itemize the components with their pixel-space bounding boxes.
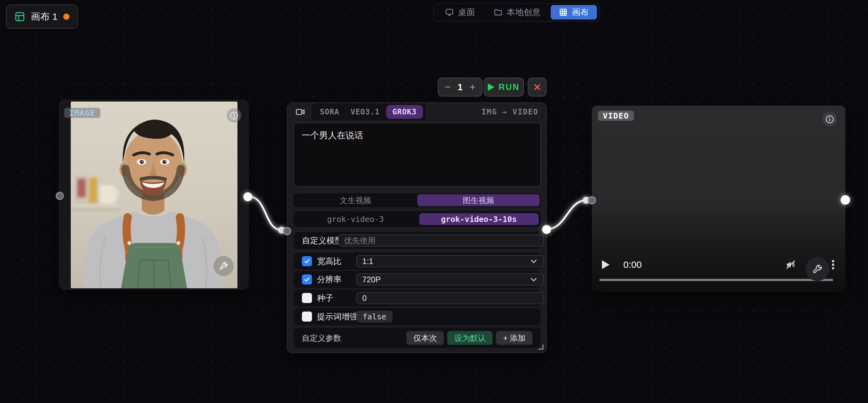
seed-label: 种子 — [317, 293, 333, 304]
canvas-name-label: 画布 1 — [31, 10, 58, 23]
custom-params-label: 自定义参数 — [302, 333, 341, 343]
config-header: SORA VEO3.1 GROK3 IMG → VIDEO — [287, 103, 547, 121]
image-node-badge: IMAGE — [64, 108, 100, 118]
video-controls: 0:00 — [602, 256, 835, 273]
tab-desktop[interactable]: 桌面 — [436, 3, 484, 21]
prompt-textarea[interactable]: 一个男人在说话 — [294, 123, 540, 187]
resolution-checkbox[interactable] — [302, 274, 312, 284]
tab-local-creative[interactable]: 本地创意 — [485, 3, 550, 21]
info-button[interactable] — [823, 112, 837, 126]
view-switcher: 桌面 本地创意 画布 — [433, 3, 600, 21]
info-icon — [230, 111, 238, 120]
portrait-image — [71, 102, 238, 288]
video-tools-button[interactable] — [805, 257, 829, 281]
image-tools-button[interactable] — [214, 256, 234, 276]
chevron-down-icon — [530, 257, 538, 265]
custom-model-input[interactable] — [344, 236, 538, 245]
tab-veo31[interactable]: VEO3.1 — [346, 105, 385, 119]
config-output-port[interactable] — [542, 225, 551, 234]
aspect-ratio-value: 1:1 — [362, 257, 373, 266]
config-input-port[interactable] — [283, 227, 291, 235]
prompt-enhance-row: 提示词增强 false — [294, 308, 540, 325]
run-button[interactable]: RUN — [484, 78, 524, 97]
image-node[interactable]: IMAGE — [59, 100, 248, 290]
tab-canvas[interactable]: 画布 — [551, 5, 597, 20]
folder-icon — [494, 8, 502, 16]
option-image-to-video[interactable]: 图生视频 — [417, 194, 540, 206]
prompt-enhance-checkbox[interactable] — [302, 311, 312, 322]
add-param-button[interactable]: + 添加 — [496, 331, 532, 345]
run-count-value: 1 — [458, 82, 463, 93]
check-icon — [304, 258, 310, 265]
monitor-icon — [445, 8, 454, 16]
tab-canvas-label: 画布 — [572, 7, 589, 18]
apply-once-button[interactable]: 仅本次 — [406, 331, 444, 345]
aspect-ratio-checkbox[interactable] — [302, 256, 312, 266]
image-output-port[interactable] — [243, 192, 252, 201]
resolution-label: 分辨率 — [317, 274, 342, 285]
aspect-ratio-select[interactable]: 1:1 — [356, 255, 544, 267]
tab-grok3[interactable]: GROK3 — [386, 105, 423, 119]
video-progress-bar[interactable] — [599, 279, 833, 281]
unsaved-indicator-dot — [63, 13, 69, 20]
canvas-tab-chip[interactable]: 画布 1 — [6, 4, 78, 29]
video-node-badge-label: VIDEO — [603, 111, 629, 121]
custom-params-row: 自定义参数 仅本次 设为默认 + 添加 — [294, 328, 540, 348]
run-button-label: RUN — [498, 82, 520, 92]
prompt-enhance-label: 提示词增强 — [317, 311, 358, 322]
close-icon: ✕ — [533, 82, 541, 93]
overflow-menu-icon[interactable] — [832, 259, 835, 270]
custom-model-row: 自定义模型 — [294, 232, 540, 249]
play-icon — [488, 83, 494, 91]
decrement-button[interactable]: − — [445, 82, 451, 92]
custom-model-label: 自定义模型 — [302, 235, 343, 246]
custom-params-buttons: 仅本次 设为默认 + 添加 — [406, 331, 532, 345]
model-tab-group: SORA VEO3.1 GROK3 — [312, 103, 426, 121]
node-canvas[interactable]: 画布 1 桌面 本地创意 画布 — [0, 0, 868, 403]
video-output-port[interactable] — [841, 195, 850, 205]
option-grok-video-3[interactable]: grok-video-3 — [294, 211, 417, 227]
wire-image-to-config[interactable] — [248, 197, 282, 230]
close-button[interactable]: ✕ — [528, 78, 547, 97]
option-text-to-video[interactable]: 文生视频 — [294, 193, 417, 207]
option-grok-video-3-10s[interactable]: grok-video-3-10s — [419, 213, 539, 225]
info-button[interactable] — [227, 108, 241, 123]
resolution-row: 分辨率 720P — [294, 271, 540, 288]
run-count-stepper: − 1 + — [438, 78, 483, 97]
video-camera-icon — [295, 107, 305, 117]
resolution-value: 720P — [362, 275, 380, 284]
wrench-icon — [812, 264, 823, 274]
aspect-ratio-label: 宽高比 — [317, 256, 342, 267]
image-node-badge-label: IMAGE — [69, 108, 95, 117]
generation-mode-toggle: 文生视频 图生视频 — [294, 193, 540, 207]
muted-speaker-icon[interactable] — [785, 259, 796, 270]
tab-desktop-label: 桌面 — [458, 7, 475, 18]
set-default-button[interactable]: 设为默认 — [447, 331, 493, 345]
video-time: 0:00 — [623, 259, 642, 270]
wire-config-to-video[interactable] — [547, 200, 586, 229]
seed-field — [356, 292, 544, 304]
resolution-select[interactable]: 720P — [356, 273, 544, 286]
tab-sora[interactable]: SORA — [315, 105, 344, 119]
mode-label: IMG → VIDEO — [482, 107, 538, 116]
seed-input[interactable] — [362, 294, 538, 303]
wrench-icon — [219, 261, 228, 271]
increment-button[interactable]: + — [469, 82, 475, 92]
prompt-enhance-value: false — [356, 310, 393, 323]
video-input-port[interactable] — [588, 196, 596, 204]
custom-model-field — [338, 235, 544, 246]
info-icon — [826, 115, 834, 124]
video-node-badge: VIDEO — [598, 111, 634, 121]
seed-checkbox[interactable] — [302, 293, 312, 303]
video-node[interactable]: 0:00 VIDEO — [592, 106, 845, 292]
video-config-node[interactable]: SORA VEO3.1 GROK3 IMG → VIDEO 一个男人在说话 文生… — [287, 102, 547, 353]
resize-handle[interactable] — [538, 344, 544, 349]
image-input-port[interactable] — [56, 192, 64, 200]
seed-row: 种子 — [294, 290, 540, 306]
layout-icon — [14, 11, 25, 22]
aspect-ratio-row: 宽高比 1:1 — [294, 253, 540, 270]
video-play-button[interactable] — [602, 260, 610, 269]
model-variant-toggle: grok-video-3 grok-video-3-10s — [294, 211, 540, 227]
chevron-down-icon — [530, 275, 538, 283]
check-icon — [304, 276, 310, 283]
